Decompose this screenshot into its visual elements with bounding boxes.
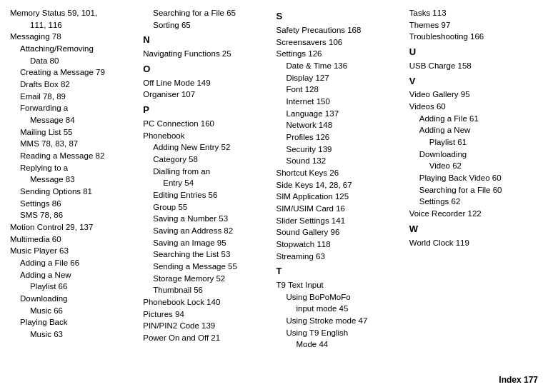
index-entry: Settings 86: [10, 198, 134, 210]
index-entry: Group 55: [143, 201, 267, 213]
footer: Index 177: [10, 371, 538, 385]
index-entry: Searching the List 53: [143, 248, 267, 261]
index-entry: Motion Control 29, 137: [10, 221, 134, 233]
index-entry: Adding New Entry 52: [143, 141, 267, 154]
index-entry: Music Player 63: [10, 245, 134, 257]
index-entry: Adding a File 61: [409, 113, 534, 125]
index-entry: Display 127: [277, 72, 401, 84]
index-entry: MMS 78, 83, 87: [10, 138, 134, 150]
index-entry: Security 139: [277, 144, 401, 156]
index-entry: Memory Status 59, 101,: [10, 7, 134, 19]
footer-text: Index 177: [499, 375, 538, 385]
index-entry: Video 62: [409, 160, 534, 172]
index-entry: Playing Back: [10, 316, 134, 328]
index-entry: Side Keys 14, 28, 67: [277, 179, 401, 191]
index-entry: P: [143, 104, 267, 117]
index-entry: Reading a Message 82: [10, 150, 134, 162]
index-entry: V: [409, 75, 534, 89]
index-entry: Playing Back Video 60: [409, 172, 534, 184]
index-entry: Phonebook Lock 140: [143, 296, 267, 308]
index-entry: Adding a File 66: [10, 257, 134, 269]
index-entry: Voice Recorder 122: [409, 208, 534, 220]
index-entry: Adding a New: [10, 269, 134, 281]
index-entry: Profiles 126: [277, 131, 401, 144]
index-entry: PIN/PIN2 Code 139: [143, 320, 267, 332]
index-entry: Searching for a File 60: [409, 184, 534, 196]
column-col2: Searching for a File 65Sorting 65NNaviga…: [139, 7, 271, 371]
index-entry: 111, 116: [10, 19, 134, 31]
index-entry: Downloading: [409, 149, 534, 161]
index-entry: O: [143, 63, 267, 76]
index-entry: Playlist 61: [409, 136, 534, 149]
index-entry: Using T9 English: [277, 327, 401, 339]
index-entry: Data 80: [10, 55, 134, 67]
index-entry: Using Stroke mode 47: [277, 315, 401, 327]
index-entry: USB Charge 158: [409, 60, 534, 72]
index-entry: Mode 44: [277, 338, 401, 351]
index-entry: PC Connection 160: [143, 118, 267, 130]
index-entry: Adding a New: [409, 124, 534, 136]
index-entry: Multimedia 60: [10, 233, 134, 246]
index-entry: Music 63: [10, 328, 134, 341]
content-area: Memory Status 59, 101,111, 116Messaging …: [10, 7, 538, 371]
index-entry: Troubleshooting 166: [409, 31, 534, 43]
index-entry: Network 148: [277, 119, 401, 131]
index-entry: Message 83: [10, 174, 134, 186]
index-entry: W: [409, 223, 534, 236]
index-entry: SMS 78, 86: [10, 209, 134, 221]
index-entry: Entry 54: [143, 177, 267, 189]
index-entry: Thumbnail 56: [143, 284, 267, 296]
index-entry: S: [277, 10, 401, 24]
column-col4: Tasks 113Themes 97Troubleshooting 166UUS…: [405, 7, 538, 371]
index-entry: Saving an Image 95: [143, 237, 267, 249]
index-entry: Tasks 113: [409, 7, 534, 19]
index-entry: Playlist 66: [10, 281, 134, 293]
index-entry: Attaching/Removing: [10, 43, 134, 55]
index-entry: Sound 132: [277, 155, 401, 167]
index-entry: Off Line Mode 149: [143, 77, 267, 89]
index-entry: Power On and Off 21: [143, 332, 267, 344]
index-entry: Music 66: [10, 305, 134, 317]
index-entry: Language 137: [277, 108, 401, 120]
index-entry: Streaming 63: [277, 251, 401, 263]
index-entry: Stopwatch 118: [277, 238, 401, 251]
index-entry: Pictures 94: [143, 308, 267, 321]
index-entry: Saving a Number 53: [143, 213, 267, 225]
index-entry: Searching for a File 65: [143, 7, 267, 19]
index-entry: Forwarding a: [10, 102, 134, 114]
index-entry: Sorting 65: [143, 19, 267, 31]
index-entry: Creating a Message 79: [10, 66, 134, 79]
column-col1: Memory Status 59, 101,111, 116Messaging …: [10, 7, 139, 371]
index-entry: T9 Text Input: [277, 279, 401, 291]
index-entry: Video Gallery 95: [409, 89, 534, 101]
index-entry: Mailing List 55: [10, 126, 134, 139]
index-entry: Messaging 78: [10, 31, 134, 43]
index-entry: Sending a Message 55: [143, 261, 267, 273]
index-entry: Message 84: [10, 114, 134, 126]
index-entry: Shortcut Keys 26: [277, 167, 401, 179]
index-entry: Dialling from an: [143, 166, 267, 178]
index-entry: Drafts Box 82: [10, 79, 134, 91]
index-entry: Using BoPoMoFo: [277, 291, 401, 303]
index-entry: Videos 60: [409, 101, 534, 113]
index-entry: Sending Options 81: [10, 186, 134, 198]
index-entry: Saving an Address 82: [143, 225, 267, 237]
index-entry: N: [143, 34, 267, 47]
index-entry: Settings 126: [277, 48, 401, 60]
index-entry: Screensavers 106: [277, 36, 401, 49]
index-entry: Replying to a: [10, 162, 134, 174]
index-entry: Internet 150: [277, 96, 401, 108]
index-entry: T: [277, 265, 401, 278]
index-entry: Safety Precautions 168: [277, 24, 401, 36]
index-entry: Sound Gallery 96: [277, 226, 401, 238]
index-entry: Storage Memory 52: [143, 273, 267, 285]
index-entry: Email 78, 89: [10, 91, 134, 103]
index-entry: Editing Entries 56: [143, 189, 267, 201]
index-entry: Phonebook: [143, 130, 267, 142]
index-entry: Themes 97: [409, 19, 534, 31]
index-entry: World Clock 119: [409, 237, 534, 249]
index-entry: SIM Application 125: [277, 191, 401, 203]
index-entry: SIM/USIM Card 16: [277, 203, 401, 215]
column-col3: SSafety Precautions 168Screensavers 106S…: [272, 7, 405, 371]
page-container: Memory Status 59, 101,111, 116Messaging …: [0, 0, 548, 392]
